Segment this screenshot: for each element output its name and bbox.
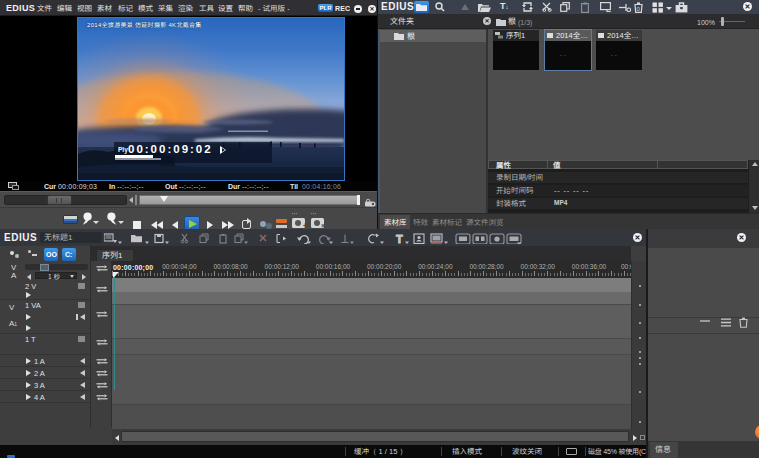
svg-text:0: 0 — [637, 6, 641, 12]
svg-text:T: T — [396, 233, 403, 244]
